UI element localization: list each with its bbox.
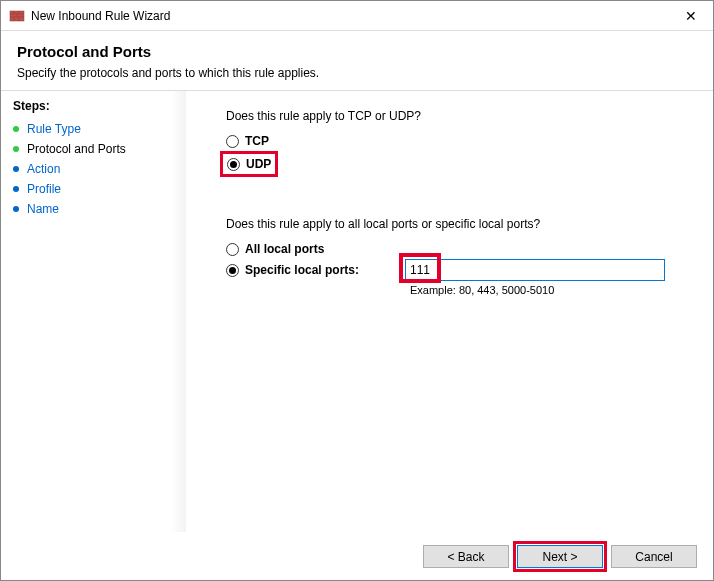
firewall-icon xyxy=(9,8,25,24)
radio-icon xyxy=(226,264,239,277)
next-button[interactable]: Next > xyxy=(517,545,603,568)
radio-specific-ports[interactable]: Specific local ports: xyxy=(226,262,405,278)
titlebar: New Inbound Rule Wizard ✕ xyxy=(1,1,713,31)
cancel-button[interactable]: Cancel xyxy=(611,545,697,568)
step-rule-type[interactable]: Rule Type xyxy=(9,119,186,139)
page-subtitle: Specify the protocols and ports to which… xyxy=(17,66,697,80)
question-ports: Does this rule apply to all local ports … xyxy=(226,217,689,231)
radio-all-ports[interactable]: All local ports xyxy=(226,241,689,257)
step-action[interactable]: Action xyxy=(9,159,186,179)
radio-icon xyxy=(226,243,239,256)
steps-label: Steps: xyxy=(9,99,186,113)
step-label: Action xyxy=(27,162,60,176)
page-title: Protocol and Ports xyxy=(17,43,697,60)
step-bullet-icon xyxy=(13,126,19,132)
main-content: Does this rule apply to TCP or UDP? TCP … xyxy=(186,91,713,532)
radio-icon xyxy=(227,158,240,171)
radio-label: All local ports xyxy=(245,242,324,256)
step-bullet-icon xyxy=(13,166,19,172)
radio-label: TCP xyxy=(245,134,269,148)
radio-label: UDP xyxy=(246,157,271,171)
specific-ports-input[interactable] xyxy=(405,259,665,281)
question-protocol: Does this rule apply to TCP or UDP? xyxy=(226,109,689,123)
window-title: New Inbound Rule Wizard xyxy=(31,9,668,23)
step-protocol-and-ports[interactable]: Protocol and Ports xyxy=(9,139,186,159)
radio-tcp[interactable]: TCP xyxy=(226,133,689,149)
step-bullet-icon xyxy=(13,146,19,152)
back-button[interactable]: < Back xyxy=(423,545,509,568)
ports-radio-group: All local ports Specific local ports: Ex… xyxy=(226,241,689,296)
step-name[interactable]: Name xyxy=(9,199,186,219)
steps-sidebar: Steps: Rule Type Protocol and Ports Acti… xyxy=(1,91,186,532)
highlight-udp: UDP xyxy=(220,151,278,177)
radio-label: Specific local ports: xyxy=(245,263,405,277)
step-label: Rule Type xyxy=(27,122,81,136)
port-input-wrap xyxy=(405,259,665,281)
step-label: Profile xyxy=(27,182,61,196)
wizard-header: Protocol and Ports Specify the protocols… xyxy=(1,31,713,91)
ports-example: Example: 80, 443, 5000-5010 xyxy=(410,284,689,296)
step-bullet-icon xyxy=(13,186,19,192)
radio-udp[interactable]: UDP xyxy=(227,156,271,172)
step-bullet-icon xyxy=(13,206,19,212)
radio-icon xyxy=(226,135,239,148)
step-label: Name xyxy=(27,202,59,216)
highlight-next: Next > xyxy=(517,545,603,568)
wizard-footer: < Back Next > Cancel xyxy=(1,532,713,580)
step-label: Protocol and Ports xyxy=(27,142,126,156)
protocol-radio-group: TCP UDP xyxy=(226,133,689,177)
close-button[interactable]: ✕ xyxy=(668,1,713,31)
step-profile[interactable]: Profile xyxy=(9,179,186,199)
